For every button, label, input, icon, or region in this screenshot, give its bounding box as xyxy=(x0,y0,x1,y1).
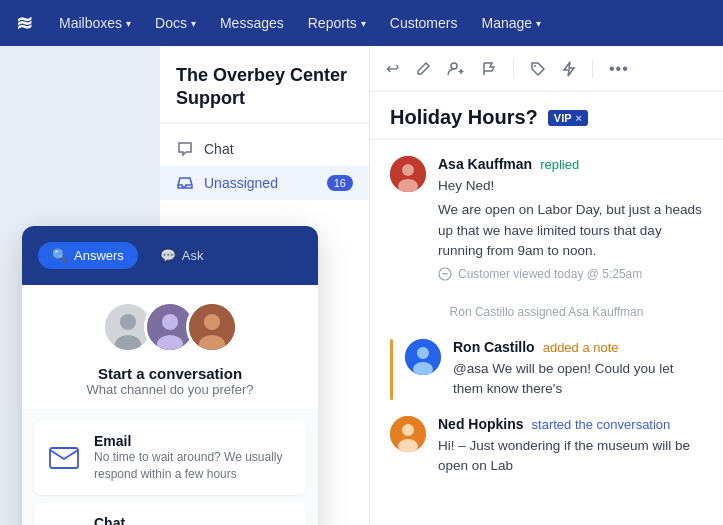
msg-content-asa: Asa Kauffman replied Hey Ned! We are ope… xyxy=(438,156,703,281)
conversation-title: Holiday Hours? xyxy=(390,106,538,129)
chevron-down-icon: ▾ xyxy=(361,18,366,29)
system-message-assign: Ron Castillo assigned Asa Kauffman xyxy=(390,297,703,327)
mailbox-header: The Overbey Center Support xyxy=(160,46,369,124)
tag-icon[interactable] xyxy=(530,61,546,77)
widget-cta: Start a conversation What channel do you… xyxy=(22,365,318,409)
widget-answers-btn[interactable]: 🔍 Answers xyxy=(38,242,138,269)
email-icon xyxy=(48,440,80,476)
toolbar-separator-2 xyxy=(592,60,593,78)
more-icon[interactable]: ••• xyxy=(609,60,629,78)
svg-point-19 xyxy=(204,314,220,330)
message-asa: Asa Kauffman replied Hey Ned! We are ope… xyxy=(390,156,703,281)
widget-option-email[interactable]: Email No time to wait around? We usually… xyxy=(34,421,306,495)
messages-area: Asa Kauffman replied Hey Ned! We are ope… xyxy=(370,140,723,525)
svg-point-16 xyxy=(162,314,178,330)
email-option-text: Email No time to wait around? We usually… xyxy=(94,433,292,483)
msg-action-ron: added a note xyxy=(543,340,619,355)
conversation-toolbar: ↩ ••• xyxy=(370,46,723,92)
nav-manage[interactable]: Manage ▾ xyxy=(471,9,551,37)
chat-widget: 🔍 Answers 💬 Ask Start a conversation Wha xyxy=(22,226,318,525)
chat-option-text: Chat We're online right now, talk with o… xyxy=(94,515,292,525)
logo: ≋ xyxy=(16,11,33,35)
msg-text-asa-1: Hey Ned! xyxy=(438,176,703,196)
edit-icon[interactable] xyxy=(415,61,431,77)
nav-reports[interactable]: Reports ▾ xyxy=(298,9,376,37)
assign-icon[interactable] xyxy=(447,61,465,77)
vip-badge: VIP × xyxy=(548,110,588,126)
inbox-icon xyxy=(176,174,194,192)
svg-point-0 xyxy=(451,63,457,69)
flag-icon[interactable] xyxy=(481,61,497,77)
svg-point-7 xyxy=(417,347,429,359)
message-ned: Ned Hopkins started the conversation Hi!… xyxy=(390,416,703,477)
msg-action-ned: started the conversation xyxy=(532,417,671,432)
svg-point-3 xyxy=(402,164,414,176)
undo-icon[interactable]: ↩ xyxy=(386,59,399,78)
msg-text-ron: @asa We will be open! Could you let them… xyxy=(453,359,703,400)
msg-author: Asa Kauffman xyxy=(438,156,532,172)
toolbar-separator xyxy=(513,60,514,78)
widget-avatars xyxy=(22,301,318,353)
svg-point-13 xyxy=(120,314,136,330)
chevron-down-icon: ▾ xyxy=(536,18,541,29)
conversation-header: Holiday Hours? VIP × xyxy=(370,92,723,140)
vip-badge-close[interactable]: × xyxy=(576,112,582,124)
message-ron-wrapper: Ron Castillo added a note @asa We will b… xyxy=(390,339,703,400)
chevron-down-icon: ▾ xyxy=(126,18,131,29)
avatar-ron xyxy=(405,339,441,375)
search-icon: 🔍 xyxy=(52,248,68,263)
avatar-asa xyxy=(390,156,426,192)
team-avatar-3 xyxy=(186,301,238,353)
message-ron: Ron Castillo added a note @asa We will b… xyxy=(393,339,703,400)
widget-header: 🔍 Answers 💬 Ask xyxy=(22,226,318,285)
svg-point-10 xyxy=(402,424,414,436)
chat-bubble-icon: 💬 xyxy=(160,248,176,263)
nav-item-unassigned[interactable]: Unassigned 16 xyxy=(160,166,369,200)
msg-text-ned: Hi! – Just wondering if the museum will … xyxy=(438,436,703,477)
mailbox-title: The Overbey Center Support xyxy=(176,64,353,111)
right-panel: ↩ ••• Holiday Hours? VIP xyxy=(370,46,723,525)
msg-author-ned: Ned Hopkins xyxy=(438,416,524,432)
chat-icon xyxy=(176,140,194,158)
avatar-ned xyxy=(390,416,426,452)
nav-messages[interactable]: Messages xyxy=(210,9,294,37)
nav-item-chat[interactable]: Chat xyxy=(160,132,369,166)
widget-ask-btn[interactable]: 💬 Ask xyxy=(146,242,218,269)
msg-content-ron: Ron Castillo added a note @asa We will b… xyxy=(453,339,703,400)
middle-nav: Chat Unassigned 16 xyxy=(160,124,369,208)
msg-author-ron: Ron Castillo xyxy=(453,339,535,355)
msg-content-ned: Ned Hopkins started the conversation Hi!… xyxy=(438,416,703,477)
nav-docs[interactable]: Docs ▾ xyxy=(145,9,206,37)
unassigned-badge: 16 xyxy=(327,175,353,191)
widget-options: Email No time to wait around? We usually… xyxy=(22,409,318,525)
chat-option-icon xyxy=(48,521,80,525)
widget-option-chat[interactable]: Chat We're online right now, talk with o… xyxy=(34,503,306,525)
nav-customers[interactable]: Customers xyxy=(380,9,468,37)
msg-text-asa-2: We are open on Labor Day, but just a hea… xyxy=(438,200,703,261)
msg-action: replied xyxy=(540,157,579,172)
nav-mailboxes[interactable]: Mailboxes ▾ xyxy=(49,9,141,37)
chevron-down-icon: ▾ xyxy=(191,18,196,29)
lightning-icon[interactable] xyxy=(562,61,576,77)
svg-point-1 xyxy=(534,65,536,67)
msg-meta-asa: Customer viewed today @ 5:25am xyxy=(438,267,703,281)
